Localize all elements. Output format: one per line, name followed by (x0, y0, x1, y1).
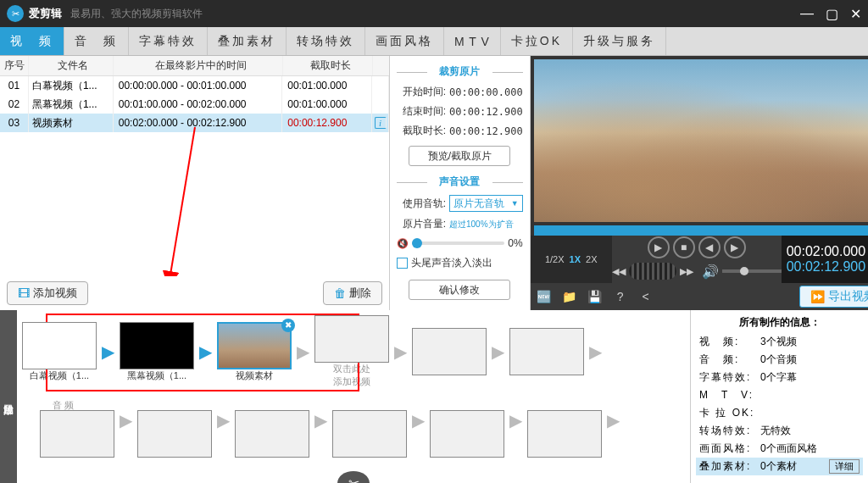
fade-checkbox[interactable] (397, 258, 408, 269)
share-icon[interactable]: < (637, 288, 654, 305)
audio-slot[interactable] (40, 410, 114, 458)
export-icon: ⏩ (810, 290, 825, 303)
speed-1x[interactable]: 1X (568, 253, 582, 266)
clip-thumb-white (22, 322, 97, 369)
arrow-icon: ▶ (492, 341, 504, 362)
current-time: 00:02:00.000 (787, 244, 868, 259)
jog-wheel[interactable] (629, 263, 676, 280)
annotation-arrow (153, 127, 203, 276)
play-button[interactable]: ▶ (648, 236, 670, 258)
table-row[interactable]: 02 黑幕视频（1... 00:01:00.000 - 00:02:00.000… (0, 95, 389, 114)
app-name: 爱剪辑 (29, 6, 62, 21)
tab-karaoke[interactable]: 卡拉OK (501, 27, 573, 55)
table-row-selected[interactable]: 03 视频素材 00:02:00.000 - 00:02:12.900 00:0… (0, 114, 389, 132)
preview-timeline[interactable] (534, 225, 868, 236)
clip-table-body: 01 白幕视频（1... 00:00:00.000 - 00:01:00.000… (0, 76, 389, 276)
confirm-button[interactable]: 确认修改 (409, 280, 510, 300)
arrow-icon: ▶ (314, 410, 327, 430)
save-icon[interactable]: 💾 (587, 288, 604, 305)
speed-half[interactable]: 1/2X (543, 253, 566, 266)
col-name: 文件名 (29, 56, 114, 75)
col-no: 序号 (0, 56, 29, 75)
prev-frame-button[interactable]: ◀ (698, 236, 721, 258)
delete-button[interactable]: 🗑删除 (323, 281, 382, 305)
clip-thumb-black (120, 322, 194, 369)
sound-title: 声音设置 (397, 175, 523, 189)
arrow-icon: ▶ (509, 410, 522, 430)
tab-upgrade[interactable]: 升级与服务 (573, 27, 666, 55)
col-dur: 截取时长 (283, 56, 373, 75)
clip-empty[interactable] (509, 328, 584, 375)
detail-button[interactable]: 详细 (829, 459, 860, 474)
new-icon[interactable]: 🆕 (536, 288, 553, 305)
minimize-icon[interactable]: — (800, 6, 814, 22)
preview-toolbar: 🆕 📁 💾 ? < ⏩ 导出视频 (531, 283, 868, 310)
close-icon[interactable]: ✕ (850, 6, 861, 22)
table-row[interactable]: 01 白幕视频（1... 00:00:00.000 - 00:01:00.000… (0, 76, 389, 95)
forward-icon[interactable]: ▶▶ (680, 266, 693, 277)
arrow-icon: ▶ (394, 341, 407, 362)
audio-slot[interactable] (235, 410, 309, 458)
rewind-icon[interactable]: ◀◀ (612, 266, 626, 277)
app-subtitle: 最易用、强大的视频剪辑软件 (70, 7, 203, 21)
info-title: 所有制作的信息： (696, 315, 863, 330)
audio-slot[interactable] (137, 410, 212, 458)
volume-slider[interactable] (412, 242, 504, 245)
clip-item-selected[interactable]: 视频素材 (217, 322, 292, 382)
clip-item[interactable]: 白幕视频（1... (22, 322, 97, 382)
col-time: 在最终影片中的时间 (114, 56, 283, 75)
mute-icon[interactable]: 🔇 (397, 238, 409, 249)
main-tabs: 视 频 音 频 字幕特效 叠加素材 转场特效 画面风格 M T V 卡拉OK 升… (0, 27, 868, 56)
clip-add-placeholder[interactable]: 双击此处添加视频 (314, 315, 389, 388)
speed-2x[interactable]: 2X (584, 253, 598, 266)
stop-button[interactable]: ■ (673, 236, 695, 258)
add-video-button[interactable]: 🎞添加视频 (7, 281, 88, 305)
clip-thumb-sky (217, 322, 292, 369)
arrow-icon: ▶ (102, 341, 114, 362)
end-time[interactable]: 00:00:12.900 (449, 106, 523, 118)
tab-transition[interactable]: 转场特效 (287, 27, 365, 55)
tab-subtitle[interactable]: 字幕特效 (129, 27, 208, 55)
preview-crop-button[interactable]: 预览/截取原片 (409, 146, 510, 166)
arrow-icon: ▶ (120, 410, 132, 430)
info-panel: 所有制作的信息： 视 频:3个视频 音 频:0个音频 字幕特效:0个字幕 M T… (690, 310, 868, 483)
preview-panel: 1/2X 1X 2X ▶ ■ ◀ ▶ ◀◀ ▶▶ 🔊 (531, 56, 868, 310)
start-time[interactable]: 00:00:00.000 (449, 86, 523, 98)
title-bar: ✂ 爱剪辑 最易用、强大的视频剪辑软件 — ▢ ✕ (0, 0, 868, 27)
arrow-icon: ▶ (217, 410, 230, 430)
svg-line-0 (170, 127, 195, 276)
clip-list-panel: 序号 文件名 在最终影片中的时间 截取时长 01 白幕视频（1... 00:00… (0, 56, 390, 310)
duration: 00:00:12.900 (449, 125, 523, 137)
preview-video[interactable] (534, 59, 868, 222)
open-icon[interactable]: 📁 (561, 288, 578, 305)
volume-icon[interactable]: 🔊 (702, 264, 719, 280)
export-button[interactable]: ⏩ 导出视频 (799, 286, 868, 308)
clip-item[interactable]: 黑幕视频（1... (120, 322, 194, 382)
tab-overlay[interactable]: 叠加素材 (208, 27, 287, 55)
tab-mtv[interactable]: M T V (444, 27, 501, 55)
tab-video[interactable]: 视 频 (0, 27, 64, 55)
arrow-icon: ▶ (297, 341, 309, 362)
total-time: 00:02:12.900 (787, 259, 868, 275)
audio-slot[interactable] (332, 410, 407, 458)
tab-audio[interactable]: 音 频 (64, 27, 129, 55)
arrow-icon: ▶ (199, 341, 212, 362)
next-frame-button[interactable]: ▶ (724, 236, 746, 258)
audio-track-select[interactable]: 原片无音轨 (449, 195, 523, 212)
audio-slot[interactable] (527, 410, 602, 458)
crop-title: 裁剪原片 (397, 64, 523, 79)
tab-style[interactable]: 画面风格 (365, 27, 444, 55)
info-icon[interactable]: i (375, 117, 387, 129)
arrow-icon: ▶ (607, 410, 620, 430)
maximize-icon[interactable]: ▢ (826, 6, 838, 22)
help-icon[interactable]: ? (612, 288, 629, 305)
scissors-button[interactable]: ✂ (337, 471, 370, 483)
clip-table-header: 序号 文件名 在最终影片中的时间 截取时长 (0, 56, 389, 76)
clip-strip: 白幕视频（1... ▶ 黑幕视频（1... ▶ 视频素材 ▶ 双击此处添加视频 … (17, 310, 690, 483)
arrow-icon: ▶ (412, 410, 425, 430)
clip-empty[interactable] (412, 328, 487, 375)
timecode-display: 00:02:00.000 00:02:12.900 (782, 236, 868, 283)
clip-toolbar: 🎞添加视频 🗑删除 (0, 276, 389, 310)
audio-slot[interactable] (430, 410, 504, 458)
preview-volume-slider[interactable] (722, 269, 782, 273)
